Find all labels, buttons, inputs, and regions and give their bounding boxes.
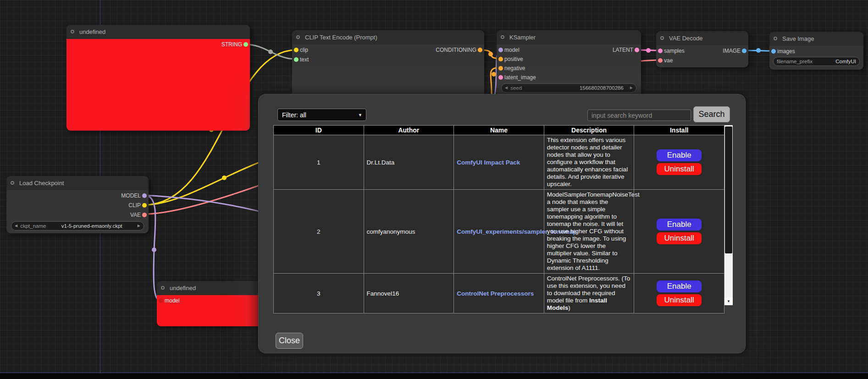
column-header: Install bbox=[634, 126, 724, 135]
extension-link[interactable]: ControlNet Preprocessors bbox=[457, 290, 534, 297]
node-undefined-top[interactable]: undefined STRING bbox=[66, 25, 250, 131]
table-scrollbar[interactable]: ▼ bbox=[724, 125, 733, 305]
extension-id: 2 bbox=[274, 190, 364, 274]
extension-install-cell: Enable Uninstall bbox=[634, 190, 724, 274]
column-header: Author bbox=[364, 126, 454, 135]
link-dot bbox=[492, 72, 496, 77]
link-dot bbox=[756, 48, 761, 53]
extension-author: Fannovel16 bbox=[364, 274, 454, 313]
link-dot bbox=[646, 48, 651, 53]
extension-id: 3 bbox=[274, 274, 364, 313]
latent-output-slot[interactable] bbox=[635, 48, 639, 52]
node-title: undefined bbox=[170, 285, 196, 291]
extension-row: 3 Fannovel16 ControlNet Preprocessors Co… bbox=[274, 274, 724, 313]
negative-input-slot[interactable] bbox=[498, 66, 503, 71]
close-button[interactable]: Close bbox=[276, 333, 303, 349]
table-header-row: IDAuthorNameDescriptionInstall bbox=[274, 126, 724, 135]
model-input-slot[interactable] bbox=[159, 298, 163, 303]
node-graph-canvas[interactable]: undefined STRING CLIP Text Encode (Promp… bbox=[0, 0, 868, 379]
extension-row: 2 comfyanonymous ComfyUI_experiments/sam… bbox=[274, 190, 724, 274]
extension-author: comfyanonymous bbox=[364, 190, 454, 274]
previous-arrow-icon[interactable]: ◀ bbox=[15, 221, 17, 231]
node-title: Save Image bbox=[782, 35, 814, 42]
extension-description: This extension offers various detector n… bbox=[544, 135, 634, 190]
seed-widget[interactable]: ◀ seed 156680208700286 ▶ bbox=[501, 83, 636, 93]
node-collapse-icon[interactable] bbox=[501, 35, 504, 39]
link-dot bbox=[268, 49, 273, 54]
column-header: Description bbox=[544, 126, 634, 135]
node-vae-decode[interactable]: VAE Decode samples IMAGE vae bbox=[656, 31, 748, 67]
enable-button[interactable]: Enable bbox=[657, 280, 702, 292]
extension-description: ModelSamplerTonemapNoiseTest a node that… bbox=[544, 190, 634, 274]
positive-input-slot[interactable] bbox=[498, 57, 503, 61]
increment-arrow-icon[interactable]: ▶ bbox=[630, 83, 633, 93]
extension-id: 1 bbox=[274, 135, 364, 190]
node-collapse-icon[interactable] bbox=[71, 30, 74, 33]
scrollbar-down-arrow-icon[interactable]: ▼ bbox=[724, 297, 733, 305]
column-header: Name bbox=[454, 126, 544, 135]
output-label: STRING bbox=[221, 40, 242, 49]
model-input-slot[interactable] bbox=[498, 48, 503, 52]
ckpt-name-widget[interactable]: ◀ ckpt_name v1-5-pruned-emaonly.ckpt ▶ bbox=[11, 221, 144, 231]
extension-install-cell: Enable Uninstall bbox=[634, 274, 724, 313]
seed-value: 156680208700286 bbox=[580, 85, 624, 91]
extensions-table: IDAuthorNameDescriptionInstall 1 Dr.Lt.D… bbox=[273, 125, 724, 313]
node-title: undefined bbox=[79, 28, 105, 35]
node-title: KSampler bbox=[509, 34, 536, 41]
latent-image-input-slot[interactable] bbox=[498, 75, 503, 80]
images-input-slot[interactable] bbox=[771, 49, 776, 54]
string-output-slot[interactable] bbox=[243, 42, 248, 47]
canvas-bottom-bar bbox=[0, 373, 868, 379]
extension-author: Dr.Lt.Data bbox=[364, 135, 454, 190]
extensions-table-body: 1 Dr.Lt.Data ComfyUI Impact Pack This ex… bbox=[274, 135, 724, 313]
conditioning-output-slot[interactable] bbox=[478, 48, 482, 52]
node-load-checkpoint[interactable]: Load Checkpoint MODEL CLIP VAE ◀ ckpt_na… bbox=[6, 176, 149, 233]
install-custom-nodes-dialog: Filter: all ▼ Search IDAuthorNameDescrip… bbox=[258, 94, 746, 353]
model-output-slot[interactable] bbox=[142, 193, 147, 198]
clip-output-slot[interactable] bbox=[142, 203, 147, 208]
uninstall-button[interactable]: Uninstall bbox=[657, 163, 702, 175]
text-input-slot[interactable] bbox=[294, 57, 299, 62]
decrement-arrow-icon[interactable]: ◀ bbox=[505, 83, 508, 93]
node-collapse-icon[interactable] bbox=[161, 286, 165, 290]
search-button[interactable]: Search bbox=[693, 106, 730, 122]
extension-description: ControlNet Preprocessors. (To use this e… bbox=[544, 274, 634, 313]
column-header: ID bbox=[274, 126, 364, 135]
node-collapse-icon[interactable] bbox=[774, 37, 777, 40]
search-input[interactable] bbox=[587, 110, 691, 121]
next-arrow-icon[interactable]: ▶ bbox=[138, 221, 140, 231]
image-output-slot[interactable] bbox=[742, 49, 746, 53]
node-undefined-bottom[interactable]: undefined model bbox=[157, 281, 267, 326]
vae-input-slot[interactable] bbox=[658, 58, 663, 63]
scrollbar-thumb[interactable] bbox=[725, 126, 732, 253]
link-dot bbox=[222, 176, 227, 180]
node-collapse-icon[interactable] bbox=[296, 35, 300, 39]
vae-output-slot[interactable] bbox=[142, 213, 147, 217]
link-dot bbox=[488, 52, 493, 56]
node-collapse-icon[interactable] bbox=[660, 36, 664, 40]
extension-row: 1 Dr.Lt.Data ComfyUI Impact Pack This ex… bbox=[274, 135, 724, 190]
node-title: CLIP Text Encode (Prompt) bbox=[305, 34, 377, 41]
enable-button[interactable]: Enable bbox=[657, 149, 702, 161]
filter-select[interactable]: Filter: all bbox=[277, 109, 366, 121]
extension-install-cell: Enable Uninstall bbox=[634, 135, 724, 190]
enable-button[interactable]: Enable bbox=[657, 219, 702, 231]
filename-prefix-value: ComfyUI bbox=[835, 59, 856, 64]
ckpt-name-value: v1-5-pruned-emaonly.ckpt bbox=[49, 223, 134, 229]
clip-input-slot[interactable] bbox=[294, 48, 299, 52]
extension-link[interactable]: ComfyUI Impact Pack bbox=[457, 159, 520, 166]
uninstall-button[interactable]: Uninstall bbox=[657, 232, 702, 244]
node-title: VAE Decode bbox=[669, 35, 702, 42]
filename-prefix-widget[interactable]: filename_prefix ComfyUI bbox=[773, 57, 860, 66]
link-dot bbox=[152, 247, 156, 252]
uninstall-button[interactable]: Uninstall bbox=[657, 294, 702, 306]
extensions-table-zone: IDAuthorNameDescriptionInstall 1 Dr.Lt.D… bbox=[273, 125, 733, 305]
samples-input-slot[interactable] bbox=[658, 49, 663, 53]
node-title: Load Checkpoint bbox=[19, 180, 64, 187]
node-collapse-icon[interactable] bbox=[11, 181, 14, 185]
node-save-image[interactable]: Save Image images filename_prefix ComfyU… bbox=[769, 32, 863, 70]
